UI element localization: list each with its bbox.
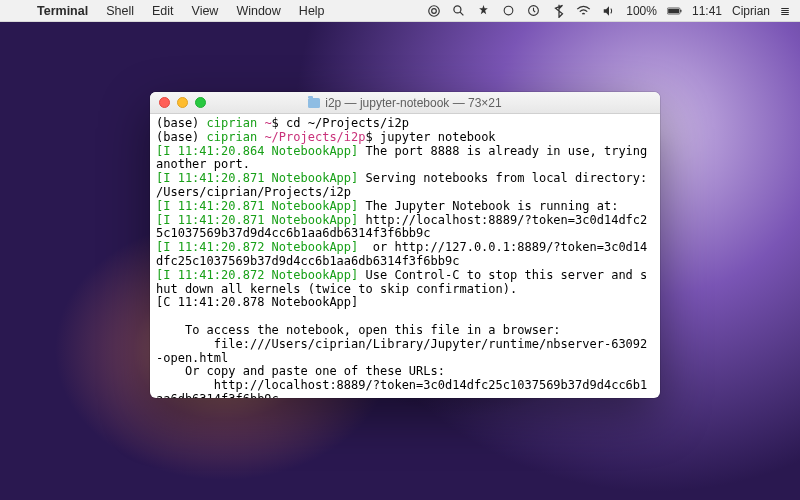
svg-point-2: [454, 6, 461, 13]
menu-window[interactable]: Window: [227, 4, 289, 18]
app-name-menu[interactable]: Terminal: [28, 4, 97, 18]
svg-point-1: [429, 5, 440, 16]
term-line: [I 11:41:20.871 NotebookApp] http://loca…: [156, 213, 647, 241]
terminal-window: i2p — jupyter-notebook — 73×21 (base) ci…: [150, 92, 660, 398]
svg-rect-7: [668, 8, 679, 13]
window-title-wrap: i2p — jupyter-notebook — 73×21: [150, 96, 660, 110]
zoom-button[interactable]: [195, 97, 206, 108]
menubar: Terminal Shell Edit View Window Help 100…: [0, 0, 800, 22]
status-icon-3[interactable]: [476, 3, 491, 18]
term-line: [I 11:41:20.872 NotebookApp] or http://1…: [156, 240, 647, 268]
term-line: (base) ciprian ~$ cd ~/Projects/i2p: [156, 116, 409, 130]
search-icon[interactable]: [451, 3, 466, 18]
svg-rect-8: [680, 9, 681, 12]
terminal-body[interactable]: (base) ciprian ~$ cd ~/Projects/i2p (bas…: [150, 114, 660, 398]
user-menu[interactable]: Ciprian: [732, 4, 770, 18]
minimize-button[interactable]: [177, 97, 188, 108]
term-line: [C 11:41:20.878 NotebookApp]: [156, 295, 358, 309]
status-icon-4[interactable]: [501, 3, 516, 18]
term-line: [I 11:41:20.872 NotebookApp] Use Control…: [156, 268, 647, 296]
term-line: [I 11:41:20.871 NotebookApp] The Jupyter…: [156, 199, 618, 213]
desktop: Terminal Shell Edit View Window Help 100…: [0, 0, 800, 500]
svg-line-3: [460, 12, 463, 15]
wifi-icon[interactable]: [576, 3, 591, 18]
menu-view[interactable]: View: [183, 4, 228, 18]
window-titlebar[interactable]: i2p — jupyter-notebook — 73×21: [150, 92, 660, 114]
window-title: i2p — jupyter-notebook — 73×21: [325, 96, 501, 110]
menubar-right: 100% 11:41 Ciprian ≣: [426, 3, 790, 18]
folder-icon: [308, 98, 320, 108]
term-line: http://localhost:8889/?token=3c0d14dfc25…: [156, 378, 647, 398]
volume-icon[interactable]: [601, 3, 616, 18]
term-line: Or copy and paste one of these URLs:: [156, 364, 445, 378]
svg-point-4: [504, 6, 513, 15]
menu-shell[interactable]: Shell: [97, 4, 143, 18]
battery-icon[interactable]: [667, 3, 682, 18]
siri-menu-icon[interactable]: ≣: [780, 4, 790, 18]
term-line: To access the notebook, open this file i…: [156, 323, 561, 337]
menu-edit[interactable]: Edit: [143, 4, 183, 18]
status-icon-5[interactable]: [526, 3, 541, 18]
clock[interactable]: 11:41: [692, 4, 722, 18]
term-line: [I 11:41:20.871 NotebookApp] Serving not…: [156, 171, 655, 199]
svg-point-0: [431, 8, 436, 13]
menu-help[interactable]: Help: [290, 4, 334, 18]
term-line: [I 11:41:20.864 NotebookApp] The port 88…: [156, 144, 655, 172]
term-line: file:///Users/ciprian/Library/Jupyter/ru…: [156, 337, 647, 365]
traffic-lights: [150, 97, 206, 108]
term-line: (base) ciprian ~/Projects/i2p$ jupyter n…: [156, 130, 496, 144]
close-button[interactable]: [159, 97, 170, 108]
battery-percent[interactable]: 100%: [626, 4, 657, 18]
status-icon-1[interactable]: [426, 3, 441, 18]
bluetooth-icon[interactable]: [551, 3, 566, 18]
menubar-left: Terminal Shell Edit View Window Help: [10, 4, 334, 18]
